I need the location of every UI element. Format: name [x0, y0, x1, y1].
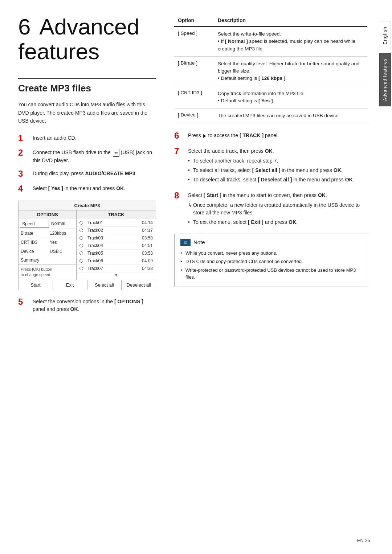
select-all-button[interactable]: Select all — [87, 280, 122, 290]
exit-button[interactable]: Exit — [53, 280, 87, 290]
track-time-2: 04:17 — [142, 228, 153, 233]
page-footer: EN 25 — [357, 538, 370, 543]
option-summary: Summary — [19, 256, 76, 264]
table-row-speed: [ Speed ] Select the write-to-file speed… — [174, 26, 367, 56]
track-radio-1 — [79, 221, 83, 225]
step-3: 3 During disc play, press AUDIO/CREATE M… — [18, 169, 156, 179]
track-time-6: 04:09 — [142, 258, 153, 263]
step-8-bullet-2: To exit the menu, select [ Exit ] and pr… — [188, 218, 367, 226]
track-radio-7 — [79, 267, 83, 270]
section-heading: Create MP3 files — [18, 78, 156, 94]
right-column: Option Description [ Speed ] Select the … — [167, 15, 378, 539]
chapter-title: Advancedfeatures — [18, 14, 139, 64]
step-7-bullet-1: To select another track, repeat step 7. — [188, 157, 354, 165]
track-time-4: 04:51 — [142, 243, 153, 248]
step-8: 8 Select [ Start ] in the menu to start … — [174, 190, 367, 228]
menu-title: Create MP3 — [19, 201, 156, 210]
step-8-num: 8 — [174, 190, 184, 201]
step-2-text: Connect the USB flash drive to the ⇐ (US… — [33, 148, 156, 164]
left-steps-list: 1 Insert an audio CD. 2 Connect the USB … — [18, 133, 156, 194]
scroll-indicator: ▼ — [77, 272, 156, 278]
right-steps-list: 6 Press to access the [ TRACK ] panel. 7… — [174, 131, 367, 228]
track-name-3: Track03 — [87, 235, 139, 241]
step-5-text: Select the conversion options in the [ O… — [33, 297, 156, 313]
table-row-bitrate: [ Bitrate ] Select the quality level. Hi… — [174, 56, 367, 86]
opt-speed-desc: Select the write-to-file speed. • If [ N… — [214, 26, 367, 56]
track-time-7: 04:38 — [142, 266, 153, 271]
menu-track-col: TRACK Track01 04:14 Track02 04:17 — [77, 210, 156, 280]
crtid3-label: CRT ID3 — [19, 238, 48, 247]
crtid3-value: Yes — [48, 238, 76, 247]
start-button[interactable]: Start — [19, 280, 53, 290]
track-row-2: Track02 04:17 — [77, 227, 156, 234]
opt-crtid3-name: [ CRT ID3 ] — [174, 86, 214, 108]
option-col-header: Option — [174, 15, 214, 26]
step-4-text: Select [ Yes ] in the menu and press OK. — [33, 184, 125, 192]
track-name-6: Track06 — [87, 258, 139, 263]
note-title: Note — [193, 238, 205, 247]
track-radio-2 — [79, 229, 83, 232]
track-row-5: Track05 03:53 — [77, 250, 156, 257]
summary-label: Summary — [19, 256, 76, 264]
step-8-bullet-1: Once complete, a new folder is created a… — [188, 201, 367, 217]
side-tab: English Advanced features — [378, 0, 392, 554]
chapter-number: 6 — [18, 14, 30, 39]
option-bitrate: Bitrate 128kbps — [19, 229, 76, 238]
menu-buttons[interactable]: Start Exit Select all Deselect all — [19, 280, 156, 290]
main-content: 6 Advancedfeatures Create MP3 files You … — [0, 0, 378, 554]
step-8-bullets: Once complete, a new folder is created a… — [188, 201, 367, 226]
bitrate-value: 128kbps — [48, 229, 76, 238]
step-7-num: 7 — [174, 146, 184, 157]
track-header: TRACK — [77, 210, 156, 219]
step-6-content: Press to access the [ TRACK ] panel. — [188, 131, 279, 139]
step-7-content: Select the audio track, then press OK. T… — [188, 146, 354, 185]
track-time-5: 03:53 — [142, 251, 153, 256]
opt-device-desc: The created MP3 files can only be saved … — [214, 108, 367, 123]
opt-speed-name: [ Speed ] — [174, 26, 214, 56]
play-icon — [203, 134, 206, 138]
left-step-5-list: 5 Select the conversion options in the [… — [18, 297, 156, 313]
opt-device-name: [ Device ] — [174, 108, 214, 123]
intro-text: You can convert audio CDs into MP3 audio… — [18, 100, 156, 125]
deselect-all-button[interactable]: Deselect all — [122, 280, 156, 290]
option-device: Device USB 1 — [19, 247, 76, 256]
track-name-5: Track05 — [87, 251, 139, 256]
step-2: 2 Connect the USB flash drive to the ⇐ (… — [18, 148, 156, 164]
step-7-bullet-3: To deselect all tracks, select [ Deselec… — [188, 176, 354, 184]
step-2-num: 2 — [18, 148, 29, 158]
note-item-1: While you convert, never press any butto… — [180, 250, 361, 257]
menu-columns: OPTIONS Speed Normal Bitrate 128kbps — [19, 210, 156, 280]
table-row-device: [ Device ] The created MP3 files can onl… — [174, 108, 367, 123]
step-4-num: 4 — [18, 184, 29, 194]
step-1: 1 Insert an audio CD. — [18, 133, 156, 144]
options-table: Option Description [ Speed ] Select the … — [174, 15, 367, 123]
step-7-bullets: To select another track, repeat step 7. … — [188, 157, 354, 184]
step-1-text: Insert an audio CD. — [33, 133, 77, 142]
chapter-heading: 6 Advancedfeatures — [18, 15, 156, 64]
option-crtid3: CRT ID3 Yes — [19, 238, 76, 247]
step-4: 4 Select [ Yes ] in the menu and press O… — [18, 184, 156, 194]
advanced-features-tab: Advanced features — [379, 53, 391, 106]
track-time-1: 04:14 — [142, 220, 153, 225]
opt-bitrate-desc: Select the quality level. Higher bitrate… — [214, 56, 367, 86]
speed-label: Speed — [20, 220, 49, 228]
step-7: 7 Select the audio track, then press OK.… — [174, 146, 367, 185]
step-1-num: 1 — [18, 133, 29, 144]
table-row-crtid3: [ CRT ID3 ] Copy track information into … — [174, 86, 367, 108]
opt-crtid3-desc: Copy track information into the MP3 file… — [214, 86, 367, 108]
note-header: Note — [180, 238, 361, 247]
track-row-3: Track03 03:58 — [77, 234, 156, 242]
track-radio-6 — [79, 259, 83, 263]
track-radio-4 — [79, 244, 83, 247]
note-icon — [180, 239, 191, 246]
desc-col-header: Description — [214, 15, 367, 26]
step-8-content: Select [ Start ] in the menu to start to… — [188, 190, 367, 228]
track-radio-5 — [79, 251, 83, 255]
menu-note: Press [OK] buttonto change speed. — [19, 264, 76, 280]
device-value: USB 1 — [48, 247, 76, 256]
menu-options-col: OPTIONS Speed Normal Bitrate 128kbps — [19, 210, 77, 280]
track-time-3: 03:58 — [142, 235, 153, 241]
note-item-2: DTS CDs and copy-protected CDs cannot be… — [180, 258, 361, 265]
track-name-4: Track04 — [87, 243, 139, 248]
bitrate-label: Bitrate — [19, 229, 48, 238]
